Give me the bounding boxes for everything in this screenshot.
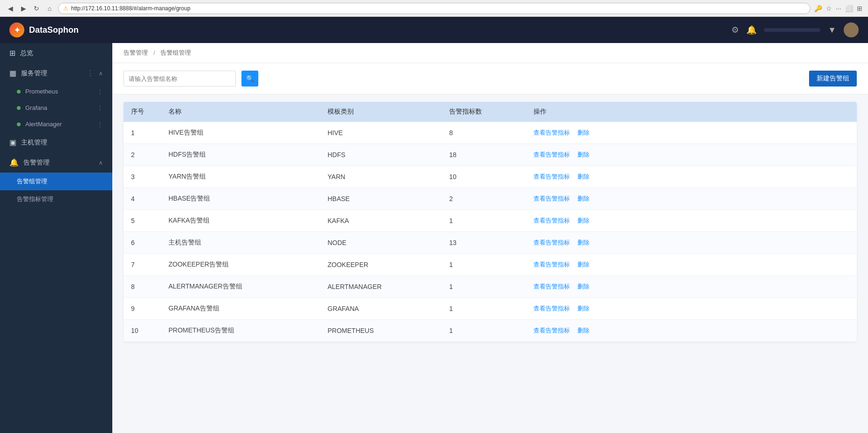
grafana-dots-icon[interactable]: ⋮ [97,104,103,111]
cell-name: KAFKA告警组 [161,210,320,232]
delete-link[interactable]: 删除 [577,261,590,268]
view-metrics-link[interactable]: 查看告警指标 [533,239,570,246]
cell-type: ZOOKEEPER [320,254,442,276]
table-container: 序号 名称 模板类别 告警指标数 操作 1 HIVE告警组 HIVE 8 查看告… [112,94,868,433]
cell-count: 18 [442,144,526,166]
cell-no: 3 [124,166,161,188]
alarm-mgmt-label: 告警管理 [23,159,94,167]
settings-icon[interactable]: ⚙ [731,25,739,35]
table-row: 4 HBASE告警组 HBASE 2 查看告警指标 删除 [124,188,857,210]
delete-link[interactable]: 删除 [577,129,590,136]
sidebar-item-alertmanager[interactable]: AlertManager ⋮ [0,116,112,132]
table-row: 3 YARN告警组 YARN 10 查看告警指标 删除 [124,166,857,188]
cell-name: HIVE告警组 [161,122,320,144]
cell-no: 9 [124,298,161,320]
app-title: DataSophon [29,25,79,35]
sidebar-item-alarm-metric-mgmt[interactable]: 告警指标管理 [0,190,112,208]
more-icon[interactable]: ··· [836,5,841,12]
delete-link[interactable]: 删除 [577,327,590,334]
alertmanager-label: AlertManager [25,121,62,128]
view-metrics-link[interactable]: 查看告警指标 [533,217,570,224]
sidebar-item-grafana[interactable]: Grafana ⋮ [0,100,112,116]
prometheus-dots-icon[interactable]: ⋮ [97,88,103,95]
browser-bar: ◀ ▶ ↻ ⌂ ⚠ http://172.16.10.11:8888/#/ala… [0,0,868,17]
cell-action: 查看告警指标 删除 [526,232,857,254]
delete-link[interactable]: 删除 [577,283,590,290]
col-header-count: 告警指标数 [442,102,526,122]
cell-name: HBASE告警组 [161,188,320,210]
cell-count: 1 [442,320,526,342]
view-metrics-link[interactable]: 查看告警指标 [533,305,570,312]
delete-link[interactable]: 删除 [577,151,590,158]
sidebar-item-overview[interactable]: ⊞ 总览 [0,43,112,63]
alertmanager-status-dot [17,123,21,126]
view-metrics-link[interactable]: 查看告警指标 [533,283,570,290]
url-bar[interactable]: ⚠ http://172.16.10.11:8888/#/alarm-manag… [58,3,810,14]
header-right: ⚙ 🔔 ▼ [731,22,859,37]
cell-type: YARN [320,166,442,188]
cell-action: 查看告警指标 删除 [526,210,857,232]
username-bar[interactable] [764,28,820,32]
cell-type: HIVE [320,122,442,144]
prometheus-label: Prometheus [25,88,58,95]
col-header-no: 序号 [124,102,161,122]
sidebar-section-alarm-mgmt[interactable]: 🔔 告警管理 ∧ [0,152,112,173]
view-metrics-link[interactable]: 查看告警指标 [533,261,570,268]
cell-action: 查看告警指标 删除 [526,144,857,166]
table-row: 10 PROMETHEUS告警组 PROMETHEUS 1 查看告警指标 删除 [124,320,857,342]
back-button[interactable]: ◀ [6,4,15,13]
cell-action: 查看告警指标 删除 [526,166,857,188]
grid-icon[interactable]: ⊞ [857,5,862,12]
cell-no: 2 [124,144,161,166]
cell-action: 查看告警指标 删除 [526,188,857,210]
cell-type: KAFKA [320,210,442,232]
view-metrics-link[interactable]: 查看告警指标 [533,173,570,180]
key-icon[interactable]: 🔑 [814,5,822,12]
search-input[interactable] [124,71,236,87]
service-mgmt-dots-icon[interactable]: ⋮ [87,69,94,78]
alertmanager-dots-icon[interactable]: ⋮ [97,121,103,128]
cell-type: ALERTMANAGER [320,276,442,298]
security-icon: ⚠ [63,5,68,12]
create-alarm-group-button[interactable]: 新建告警组 [809,71,857,87]
alarm-group-mgmt-label: 告警组管理 [17,178,47,185]
delete-link[interactable]: 删除 [577,305,590,312]
notification-icon[interactable]: 🔔 [746,25,757,35]
delete-link[interactable]: 删除 [577,239,590,246]
view-metrics-link[interactable]: 查看告警指标 [533,195,570,202]
cell-name: GRAFANA告警组 [161,298,320,320]
forward-button[interactable]: ▶ [19,4,28,13]
view-metrics-link[interactable]: 查看告警指标 [533,327,570,334]
sidebar-item-prometheus[interactable]: Prometheus ⋮ [0,83,112,100]
star-icon[interactable]: ☆ [826,5,832,12]
cell-no: 5 [124,210,161,232]
sidebar-section-service-mgmt[interactable]: ▦ 服务管理 ⋮ ∧ [0,63,112,83]
cell-action: 查看告警指标 删除 [526,276,857,298]
cell-name: PROMETHEUS告警组 [161,320,320,342]
view-metrics-link[interactable]: 查看告警指标 [533,129,570,136]
delete-link[interactable]: 删除 [577,195,590,202]
view-metrics-link[interactable]: 查看告警指标 [533,151,570,158]
table-row: 9 GRAFANA告警组 GRAFANA 1 查看告警指标 删除 [124,298,857,320]
tab-icon[interactable]: ⬜ [845,5,853,12]
app-wrapper: ✦ DataSophon ⚙ 🔔 ▼ ⊞ 总览 ▦ 服务管理 ⋮ ∧ [0,17,868,433]
dropdown-arrow-icon[interactable]: ▼ [828,25,836,35]
delete-link[interactable]: 删除 [577,173,590,180]
cell-count: 2 [442,188,526,210]
cell-type: HBASE [320,188,442,210]
user-avatar[interactable] [844,22,859,37]
cell-name: 主机告警组 [161,232,320,254]
refresh-button[interactable]: ↻ [32,4,41,13]
sidebar-section-host-mgmt[interactable]: ▣ 主机管理 [0,132,112,152]
cell-action: 查看告警指标 删除 [526,320,857,342]
table-row: 6 主机告警组 NODE 13 查看告警指标 删除 [124,232,857,254]
cell-no: 6 [124,232,161,254]
cell-count: 1 [442,210,526,232]
table-row: 1 HIVE告警组 HIVE 8 查看告警指标 删除 [124,122,857,144]
sidebar-item-alarm-group-mgmt[interactable]: 告警组管理 [0,173,112,190]
cell-name: ZOOKEEPER告警组 [161,254,320,276]
cell-count: 13 [442,232,526,254]
delete-link[interactable]: 删除 [577,217,590,224]
home-button[interactable]: ⌂ [45,4,54,13]
search-button[interactable]: 🔍 [241,71,258,87]
